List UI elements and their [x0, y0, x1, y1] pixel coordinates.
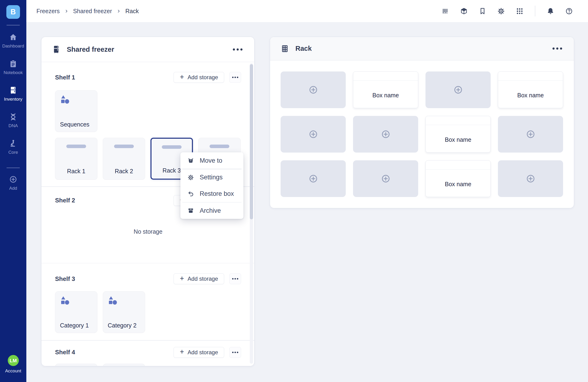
menu-item-settings[interactable]: Settings — [180, 169, 243, 186]
empty-box-slot[interactable] — [353, 160, 418, 197]
shelf-title: Shelf 4 — [55, 349, 174, 356]
sidebar-item-dna[interactable]: DNA — [2, 113, 24, 128]
box-card[interactable]: Box name — [498, 71, 563, 108]
content-area: FreezersShared freezerRack Shared freeze… — [26, 0, 588, 382]
sidebar-item-label: Add — [9, 186, 17, 191]
app-root: B DashboardNotebookInventoryDNACore Add … — [0, 0, 588, 382]
sidebar-item-dashboard[interactable]: Dashboard — [2, 33, 24, 49]
box-card-header-strip — [353, 72, 418, 81]
help-icon[interactable] — [565, 7, 573, 15]
box-card[interactable]: Box name — [425, 116, 491, 153]
sidebar-item-account[interactable]: LM Account — [5, 355, 21, 374]
topbar: FreezersShared freezerRack — [26, 0, 588, 22]
category-card[interactable]: Category 2 — [103, 291, 145, 333]
sidebar-item-core[interactable]: Core — [2, 139, 24, 155]
bookmark-icon[interactable] — [479, 7, 486, 15]
rack-card[interactable]: Rack 1 — [55, 138, 97, 180]
sidebar-item-inventory[interactable]: Inventory — [2, 86, 24, 102]
scrollbar-thumb[interactable] — [250, 64, 253, 219]
avatar: LM — [8, 355, 19, 366]
chevron-right-icon — [64, 9, 68, 13]
menu-item-label: Archive — [200, 207, 221, 214]
storage-card-stub[interactable] — [55, 364, 97, 366]
gear-icon — [188, 174, 194, 181]
category-card-label: Category 2 — [108, 322, 136, 329]
freezer-panel-title: Shared freezer — [67, 46, 231, 53]
category-card[interactable]: Category 1 — [55, 291, 97, 333]
freezer-icon — [52, 45, 60, 53]
box-card-header-strip — [426, 161, 490, 169]
sidebar-item-label: Dashboard — [2, 43, 24, 49]
app-logo[interactable]: B — [6, 5, 20, 19]
sidebar-divider — [7, 168, 20, 168]
app-logo-letter: B — [11, 8, 16, 16]
plus-circle-icon — [526, 174, 536, 184]
notebook-icon — [9, 60, 17, 68]
empty-box-slot[interactable] — [281, 160, 346, 197]
barcode-icon[interactable] — [441, 7, 449, 15]
rack-pill — [162, 145, 182, 149]
empty-box-slot[interactable] — [498, 160, 563, 197]
empty-box-slot[interactable] — [281, 71, 346, 108]
box-card[interactable]: Box name — [353, 71, 418, 108]
rack-card[interactable]: Rack 2 — [103, 138, 145, 180]
breadcrumb: FreezersShared freezerRack — [37, 8, 139, 15]
rack-panel: Rack Box nameBox nameBox nameBox name — [270, 37, 574, 208]
shapes-icon — [108, 296, 119, 306]
scrollbar-track[interactable] — [250, 63, 253, 364]
plus-circle-icon — [308, 174, 318, 184]
rack-panel-more-button[interactable] — [551, 46, 564, 51]
rack-pill — [114, 144, 134, 148]
sidebar-item-label: Core — [8, 150, 18, 155]
sidebar-nav: DashboardNotebookInventoryDNACore — [2, 33, 24, 166]
shelf-divider — [42, 263, 254, 263]
breadcrumb-item-shared-freezer[interactable]: Shared freezer — [73, 8, 112, 15]
add-storage-button[interactable]: +Add storage — [174, 72, 224, 83]
shelf-more-button[interactable] — [229, 273, 241, 284]
cube-icon[interactable] — [460, 7, 468, 15]
empty-box-slot[interactable] — [353, 116, 418, 153]
menu-item-move-to[interactable]: Move to — [180, 152, 243, 169]
empty-box-slot[interactable] — [498, 116, 563, 153]
freezer-panel-more-button[interactable] — [231, 47, 244, 52]
grid-dots-icon[interactable] — [516, 7, 524, 15]
rack-card-label: Rack 1 — [55, 168, 97, 175]
sidebar-divider — [7, 25, 20, 25]
breadcrumb-item-freezers[interactable]: Freezers — [37, 8, 60, 15]
bell-icon[interactable] — [546, 7, 554, 15]
box-card-label: Box name — [353, 92, 418, 99]
archive-icon — [188, 207, 194, 214]
menu-item-archive[interactable]: Archive — [180, 202, 243, 219]
topbar-icons — [441, 6, 573, 17]
add-storage-label: Add storage — [188, 276, 218, 282]
box-card[interactable]: Box name — [425, 160, 491, 197]
storage-cards-row — [55, 364, 241, 366]
gear-icon[interactable] — [497, 7, 505, 15]
chevron-right-icon — [117, 9, 121, 13]
rack-card-label: Rack 2 — [103, 168, 145, 175]
category-card-label: Category 1 — [60, 322, 89, 329]
add-storage-button[interactable]: +Add storage — [174, 273, 224, 284]
storage-card-stub[interactable] — [103, 364, 145, 366]
menu-item-restore-box[interactable]: Restore box — [180, 186, 243, 202]
shelf-header: Shelf 4+Add storage — [55, 347, 241, 358]
plus-circle-icon — [308, 85, 318, 95]
empty-box-slot[interactable] — [425, 71, 491, 108]
topbar-divider — [535, 6, 535, 17]
sidebar-item-notebook[interactable]: Notebook — [2, 60, 24, 75]
plus-circle-icon — [526, 129, 536, 139]
empty-box-slot[interactable] — [281, 116, 346, 153]
plus-circle-icon — [381, 174, 391, 184]
box-card-header-strip — [498, 72, 563, 81]
shelf-title: Shelf 1 — [55, 74, 174, 81]
add-storage-button[interactable]: +Add storage — [174, 347, 224, 358]
fridge-icon — [9, 86, 17, 95]
shelf-more-button[interactable] — [229, 347, 241, 358]
sidebar-item-add[interactable]: Add — [9, 175, 17, 191]
rack-pill — [66, 144, 86, 148]
box-card-label: Box name — [498, 92, 563, 99]
rack-pill — [210, 144, 229, 148]
shelf-more-button[interactable] — [229, 72, 241, 83]
category-card[interactable]: Sequences — [55, 90, 97, 132]
plus-circle-icon — [9, 175, 17, 184]
